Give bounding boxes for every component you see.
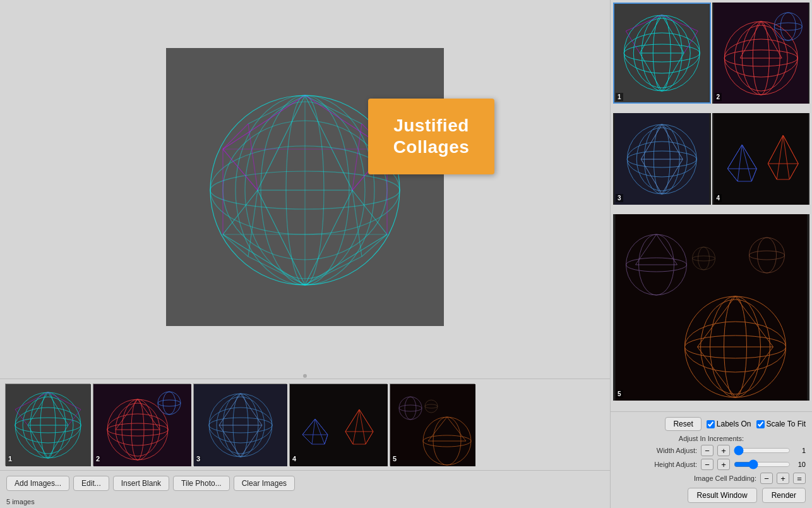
thumb-num-3: 3 bbox=[616, 194, 623, 202]
height-adjust-label: Height Adjust: bbox=[634, 461, 697, 468]
thumb-num-5: 5 bbox=[616, 390, 623, 398]
bottom-buttons: Result Window Render bbox=[617, 488, 806, 503]
width-adjust-label: Width Adjust: bbox=[634, 447, 697, 454]
cell-padding-label: Image Cell Padding: bbox=[693, 475, 756, 482]
filmstrip-item-5[interactable]: 5 bbox=[390, 384, 475, 466]
thumb-svg-5 bbox=[613, 214, 809, 401]
tile-photo-button[interactable]: Tile Photo... bbox=[173, 476, 230, 491]
filmstrip[interactable]: 1 bbox=[0, 378, 610, 470]
result-window-button[interactable]: Result Window bbox=[688, 488, 757, 503]
thumbnail-item-2[interactable]: 2 bbox=[712, 3, 810, 104]
thumbnail-grid: 1 bbox=[611, 0, 812, 411]
scale-to-fit-label[interactable]: Scale To Fit bbox=[756, 420, 806, 428]
padding-minus-button[interactable]: − bbox=[760, 473, 773, 484]
cell-padding-row: Image Cell Padding: − + = bbox=[617, 473, 806, 484]
image-count-label: 5 images bbox=[6, 498, 35, 505]
adjust-in-increments-label: Adjust In Increments: bbox=[617, 435, 806, 442]
width-slider-wrap: 1 bbox=[734, 446, 806, 455]
toolbar: Add Images... Edit... Insert Blank Tile … bbox=[0, 470, 610, 495]
thumbnail-item-4[interactable]: 4 bbox=[712, 113, 810, 205]
thumbnail-item-1[interactable]: 1 bbox=[613, 3, 711, 104]
filmstrip-num-3: 3 bbox=[196, 455, 200, 463]
labels-on-label[interactable]: Labels On bbox=[707, 420, 751, 428]
height-minus-button[interactable]: − bbox=[701, 459, 713, 470]
width-minus-button[interactable]: − bbox=[701, 445, 713, 456]
preview-area: JustifiedCollages bbox=[0, 0, 610, 373]
scroll-dot bbox=[303, 374, 307, 378]
status-bar: 5 images bbox=[0, 495, 610, 508]
insert-blank-button[interactable]: Insert Blank bbox=[113, 476, 169, 491]
controls-top-row: Reset Labels On Scale To Fit bbox=[617, 417, 806, 431]
right-panel: 1 bbox=[610, 0, 812, 508]
scroll-indicator bbox=[0, 373, 610, 378]
filmstrip-item-2[interactable]: 2 bbox=[93, 384, 191, 466]
clear-images-button[interactable]: Clear Images bbox=[234, 476, 295, 491]
height-plus-button[interactable]: + bbox=[717, 459, 730, 470]
thumbnail-item-5[interactable]: 5 bbox=[613, 214, 809, 401]
labels-on-checkbox[interactable] bbox=[707, 420, 715, 428]
width-value: 1 bbox=[793, 447, 806, 454]
filmstrip-num-1: 1 bbox=[8, 455, 12, 463]
thumb-num-4: 4 bbox=[715, 194, 722, 202]
padding-equals-wrap: = bbox=[793, 473, 806, 484]
thumb-svg-3 bbox=[613, 113, 711, 205]
height-slider[interactable] bbox=[734, 460, 791, 469]
padding-equals-button[interactable]: = bbox=[793, 473, 806, 484]
thumb-svg-4 bbox=[712, 113, 810, 205]
filmstrip-thumb-1 bbox=[6, 384, 91, 466]
filmstrip-num-4: 4 bbox=[292, 455, 296, 463]
edit-button[interactable]: Edit... bbox=[73, 476, 109, 491]
controls-panel: Reset Labels On Scale To Fit Adjust In I… bbox=[611, 411, 812, 508]
scale-to-fit-checkbox[interactable] bbox=[756, 420, 765, 428]
svg-rect-80 bbox=[290, 384, 388, 466]
filmstrip-num-2: 2 bbox=[96, 455, 100, 463]
filmstrip-thumb-5 bbox=[390, 384, 475, 466]
preview-canvas: JustifiedCollages bbox=[166, 48, 444, 326]
add-images-button[interactable]: Add Images... bbox=[6, 476, 69, 491]
render-button[interactable]: Render bbox=[762, 488, 806, 503]
svg-rect-93 bbox=[390, 384, 475, 466]
thumb-svg-1 bbox=[613, 3, 711, 104]
width-plus-button[interactable]: + bbox=[717, 445, 730, 456]
thumb-svg-2 bbox=[712, 3, 810, 104]
filmstrip-item-3[interactable]: 3 bbox=[193, 384, 287, 466]
filmstrip-item-1[interactable]: 1 bbox=[5, 384, 90, 466]
padding-plus-button[interactable]: + bbox=[777, 473, 789, 484]
filmstrip-thumb-4 bbox=[290, 384, 388, 466]
width-adjust-row: Width Adjust: − + 1 bbox=[617, 445, 806, 456]
filmstrip-thumb-2 bbox=[93, 384, 191, 466]
labels-on-text: Labels On bbox=[717, 420, 751, 428]
thumb-num-2: 2 bbox=[715, 93, 722, 101]
width-slider[interactable] bbox=[734, 446, 791, 455]
svg-rect-55 bbox=[93, 384, 191, 466]
justified-collages-badge: JustifiedCollages bbox=[368, 99, 494, 174]
height-slider-wrap: 10 bbox=[734, 460, 806, 469]
thumbnail-item-3[interactable]: 3 bbox=[613, 113, 711, 205]
reset-button[interactable]: Reset bbox=[665, 417, 701, 431]
svg-rect-146 bbox=[713, 113, 808, 205]
filmstrip-num-5: 5 bbox=[393, 455, 397, 463]
height-value: 10 bbox=[793, 461, 806, 468]
thumb-num-1: 1 bbox=[616, 93, 623, 101]
badge-text: JustifiedCollages bbox=[393, 115, 470, 157]
filmstrip-thumb-3 bbox=[194, 384, 287, 466]
height-adjust-row: Height Adjust: − + 10 bbox=[617, 459, 806, 470]
left-panel: JustifiedCollages bbox=[0, 0, 610, 508]
scale-to-fit-text: Scale To Fit bbox=[767, 420, 806, 428]
filmstrip-item-4[interactable]: 4 bbox=[289, 384, 387, 466]
